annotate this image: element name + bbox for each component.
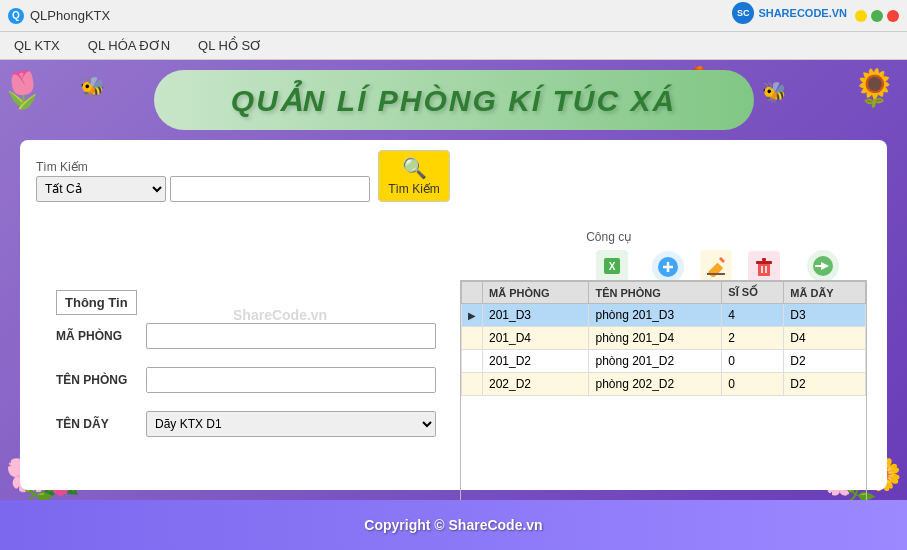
svg-marker-6: [719, 257, 725, 263]
header-banner: QUẢN LÍ PHÒNG KÍ TÚC XÁ: [154, 70, 754, 130]
sharecode-logo: SC SHARECODE.VN: [732, 2, 847, 24]
delete-icon: [748, 251, 780, 283]
excel-icon: X: [596, 250, 628, 282]
app-title: QLPhongKTX: [30, 8, 110, 23]
row-si-so: 0: [722, 350, 784, 373]
menu-ql-hoa-don[interactable]: QL HÓA ĐƠN: [82, 34, 176, 57]
table-row[interactable]: 201_D2 phòng 201_D2 0 D2: [462, 350, 866, 373]
ten-phong-input[interactable]: [146, 367, 436, 393]
flower-top-left: 🌷: [0, 72, 45, 108]
ten-day-select[interactable]: Dãy KTX D1 Dãy KTX D2 Dãy KTX D3 Dãy KTX…: [146, 411, 436, 437]
svg-text:X: X: [609, 261, 616, 272]
svg-rect-7: [707, 273, 725, 275]
menu-ql-ho-so[interactable]: QL HỒ SƠ: [192, 34, 268, 57]
ten-day-label: TÊN DÃY: [56, 417, 146, 431]
info-title: Thông Tin: [56, 290, 137, 315]
main-content: 🌸 🌺 🌻 🌸 🌼 🐝 🐝 🌷 🌿 🌿 QUẢN LÍ PHÒNG KÍ TÚC…: [0, 60, 907, 550]
row-ma-phong: 201_D3: [483, 304, 589, 327]
ten-phong-label: TÊN PHÒNG: [56, 373, 146, 387]
table-section: MÃ PHÒNG TÊN PHÒNG SĨ SỐ MÃ DÃY ▶ 201_D3…: [460, 280, 867, 480]
row-ten-phong: phòng 201_D2: [589, 350, 722, 373]
ten-phong-row: TÊN PHÒNG: [56, 367, 436, 393]
ma-phong-label: MÃ PHÒNG: [56, 329, 146, 343]
row-ma-phong: 201_D4: [483, 327, 589, 350]
col-ma-day: MÃ DÃY: [784, 282, 866, 304]
row-ma-day: D2: [784, 350, 866, 373]
search-input[interactable]: [170, 176, 370, 202]
search-icon: 🔍: [402, 156, 427, 180]
row-ten-phong: phòng 201_D3: [589, 304, 722, 327]
close-button[interactable]: [887, 10, 899, 22]
row-ma-phong: 202_D2: [483, 373, 589, 396]
logo-text: SHARECODE.VN: [758, 7, 847, 19]
header-title: QUẢN LÍ PHÒNG KÍ TÚC XÁ: [231, 83, 676, 118]
row-ma-day: D3: [784, 304, 866, 327]
ten-day-row: TÊN DÃY Dãy KTX D1 Dãy KTX D2 Dãy KTX D3…: [56, 411, 436, 437]
table-row[interactable]: ▶ 201_D3 phòng 201_D3 4 D3: [462, 304, 866, 327]
maximize-button[interactable]: [871, 10, 883, 22]
add-icon: [652, 251, 684, 283]
search-button[interactable]: 🔍 Tìm Kiếm: [378, 150, 450, 202]
row-arrow-cell: [462, 373, 483, 396]
app-icon: Q: [8, 8, 24, 24]
svg-rect-9: [756, 261, 772, 264]
row-si-so: 4: [722, 304, 784, 327]
window-controls[interactable]: [855, 10, 899, 22]
row-arrow-cell: ▶: [462, 304, 483, 327]
bee-icon: 🐝: [762, 80, 787, 104]
search-section: Tìm Kiếm Tất Cả Mã Phòng Tên Phòng 🔍 Tìm…: [36, 150, 871, 202]
info-section: Thông Tin MÃ PHÒNG TÊN PHÒNG TÊN DÃY Dãy…: [56, 290, 436, 455]
svg-rect-15: [815, 265, 823, 267]
sunflower-right: 🌻: [852, 70, 897, 106]
row-ma-phong: 201_D2: [483, 350, 589, 373]
search-button-label: Tìm Kiếm: [388, 182, 440, 196]
row-si-so: 2: [722, 327, 784, 350]
col-si-so: SĨ SỐ: [722, 282, 784, 304]
search-select[interactable]: Tất Cả Mã Phòng Tên Phòng: [36, 176, 166, 202]
copyright-text: Copyright © ShareCode.vn: [364, 517, 542, 533]
ma-phong-row: MÃ PHÒNG: [56, 323, 436, 349]
logout-icon: [807, 250, 839, 282]
table-row[interactable]: 202_D2 phòng 202_D2 0 D2: [462, 373, 866, 396]
edit-icon: [700, 250, 732, 282]
search-group: Tìm Kiếm Tất Cả Mã Phòng Tên Phòng: [36, 160, 370, 202]
row-ma-day: D4: [784, 327, 866, 350]
row-arrow-cell: [462, 350, 483, 373]
title-bar: Q QLPhongKTX SC SHARECODE.VN: [0, 0, 907, 32]
row-ten-phong: phòng 202_D2: [589, 373, 722, 396]
tools-label: Công cụ: [586, 230, 851, 244]
col-ma-phong: MÃ PHÒNG: [483, 282, 589, 304]
table-row[interactable]: 201_D4 phòng 201_D4 2 D4: [462, 327, 866, 350]
search-label: Tìm Kiếm: [36, 160, 370, 174]
svg-rect-10: [762, 258, 766, 261]
col-ten-phong: TÊN PHÒNG: [589, 282, 722, 304]
row-arrow-cell: [462, 327, 483, 350]
logo-circle: SC: [732, 2, 754, 24]
data-table: MÃ PHÒNG TÊN PHÒNG SĨ SỐ MÃ DÃY ▶ 201_D3…: [461, 281, 866, 396]
minimize-button[interactable]: [855, 10, 867, 22]
col-arrow: [462, 282, 483, 304]
row-ten-phong: phòng 201_D4: [589, 327, 722, 350]
bee-icon-2: 🐝: [80, 75, 105, 99]
form-area: Tìm Kiếm Tất Cả Mã Phòng Tên Phòng 🔍 Tìm…: [20, 140, 887, 490]
menu-ql-ktx[interactable]: QL KTX: [8, 34, 66, 57]
copyright-bar: Copyright © ShareCode.vn: [0, 500, 907, 550]
ma-phong-input[interactable]: [146, 323, 436, 349]
svg-rect-8: [758, 263, 770, 276]
menu-bar: QL KTX QL HÓA ĐƠN QL HỒ SƠ: [0, 32, 907, 60]
row-si-so: 0: [722, 373, 784, 396]
row-ma-day: D2: [784, 373, 866, 396]
table-header-row: MÃ PHÒNG TÊN PHÒNG SĨ SỐ MÃ DÃY: [462, 282, 866, 304]
